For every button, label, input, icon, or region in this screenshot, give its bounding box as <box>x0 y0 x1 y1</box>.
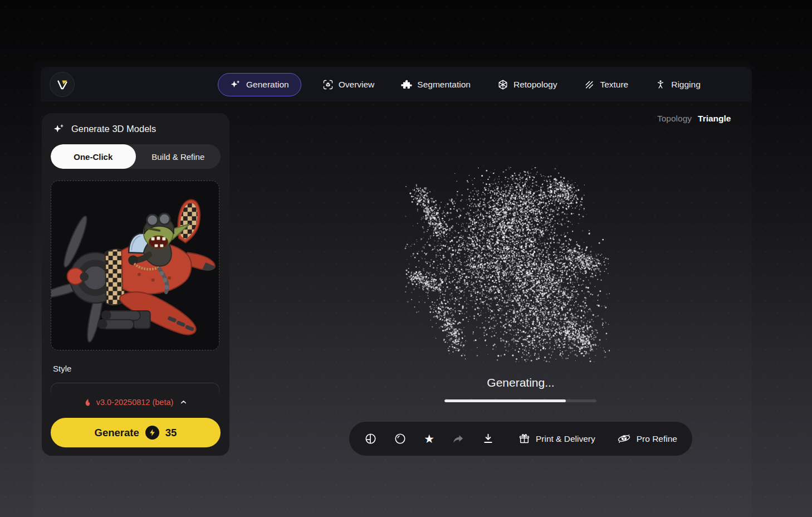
top-navbar: Generation Overview Segmentation <box>41 67 752 102</box>
mode-build-refine[interactable]: Build & Refine <box>136 144 221 169</box>
share-button[interactable] <box>452 432 465 446</box>
tab-label: Generation <box>246 80 289 90</box>
render-mode-button[interactable] <box>364 432 377 446</box>
goblin-plane-image <box>51 181 219 350</box>
topology-label: Topology <box>657 114 692 124</box>
nav-tab-bar: Generation Overview Segmentation <box>218 67 701 102</box>
tab-retopology[interactable]: Retopology <box>497 79 557 90</box>
share-arrow-icon <box>452 432 465 446</box>
generate-button[interactable]: Generate 35 <box>51 418 221 447</box>
style-label: Style <box>53 364 71 373</box>
tab-label: Overview <box>339 80 375 90</box>
generate-panel: Generate 3D Models One-Click Build & Ref… <box>42 113 229 456</box>
lightning-bolt-icon <box>145 426 159 440</box>
tripo-logo-icon <box>56 78 69 91</box>
star-icon: ★ <box>424 433 434 445</box>
tab-label: Texture <box>600 80 628 90</box>
gift-icon <box>518 433 530 445</box>
flame-icon <box>84 397 92 407</box>
download-icon <box>482 432 495 445</box>
style-selector-box[interactable] <box>51 383 219 397</box>
topology-selector[interactable]: Topology Triangle <box>657 114 731 124</box>
favorite-button[interactable]: ★ <box>423 432 436 446</box>
tab-label: Retopology <box>513 80 557 90</box>
brand-logo[interactable] <box>50 72 75 97</box>
tab-label: Segmentation <box>417 80 471 90</box>
material-preview-button[interactable] <box>393 432 406 446</box>
panel-header: Generate 3D Models <box>53 123 156 135</box>
panel-title: Generate 3D Models <box>71 124 156 134</box>
topology-value: Triangle <box>698 114 731 124</box>
model-version-selector[interactable]: v3.0-20250812 (beta) <box>42 397 229 407</box>
generate-button-label: Generate <box>95 427 139 439</box>
pro-refine-button[interactable]: Pro Refine <box>617 432 677 446</box>
tab-generation[interactable]: Generation <box>218 73 301 96</box>
tab-rigging[interactable]: Rigging <box>655 79 701 90</box>
generation-status-text: Generating... <box>437 376 604 389</box>
progress-fill <box>444 399 566 402</box>
figure-icon <box>655 79 666 90</box>
generate-credits: 35 <box>165 427 177 439</box>
tab-overview[interactable]: Overview <box>322 79 375 90</box>
generation-progress-bar <box>444 399 596 402</box>
download-button[interactable] <box>481 432 494 446</box>
reference-image-card[interactable] <box>51 181 219 350</box>
sparkles-icon <box>53 123 65 135</box>
model-version-label: v3.0-20250812 (beta) <box>96 398 174 407</box>
sparkles-icon <box>230 79 241 90</box>
wireframe-icon <box>497 79 508 90</box>
hatch-icon <box>584 79 595 90</box>
print-delivery-label: Print & Delivery <box>536 434 595 444</box>
generation-point-cloud-preview[interactable] <box>404 167 610 362</box>
tab-segmentation[interactable]: Segmentation <box>401 79 471 90</box>
chevron-up-icon <box>179 398 188 406</box>
mode-one-click[interactable]: One-Click <box>51 144 136 169</box>
tab-label: Rigging <box>671 80 701 90</box>
tab-texture[interactable]: Texture <box>584 79 628 90</box>
scan-cube-icon <box>322 79 334 90</box>
print-delivery-button[interactable]: Print & Delivery <box>518 433 595 445</box>
matcap-sphere-icon <box>394 432 407 445</box>
viewer-toolbar: ★ Print & Delivery <box>349 422 692 456</box>
puzzle-icon <box>401 79 412 90</box>
pro-refine-label: Pro Refine <box>637 434 677 444</box>
mode-toggle: One-Click Build & Refine <box>51 144 221 169</box>
sphere-axes-icon <box>364 432 377 445</box>
orbit-cube-icon <box>617 432 631 446</box>
